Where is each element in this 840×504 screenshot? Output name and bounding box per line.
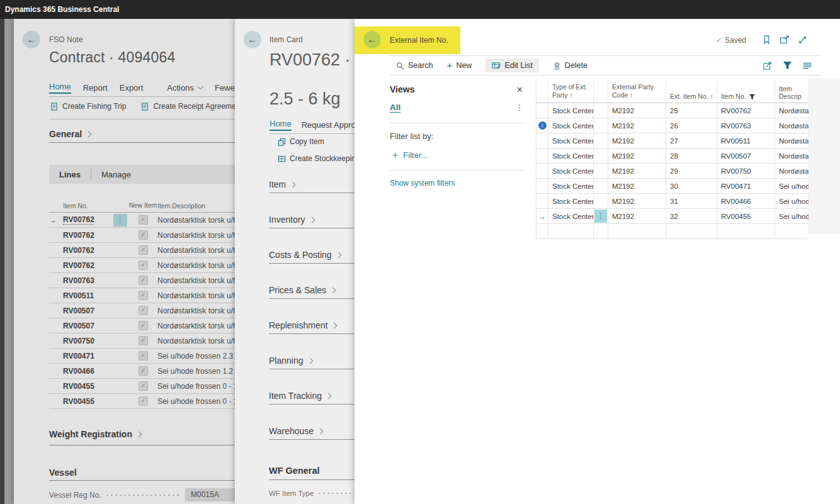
- cell-item-no[interactable]: RV00511: [63, 291, 113, 300]
- column-header-item-description[interactable]: Item Description: [157, 202, 235, 212]
- table-row[interactable]: i → Stock Center ⋮ M2192 30 RV00471 Sei …: [536, 179, 809, 194]
- fasttab-section-header[interactable]: Replenishment: [269, 320, 355, 356]
- cell-type-of-ext-party[interactable]: Stock Center: [548, 179, 594, 193]
- new-item-checkbox[interactable]: ✓: [139, 276, 148, 285]
- new-item-checkbox[interactable]: ✓: [139, 230, 148, 240]
- table-row[interactable]: i → Stock Center ⋮ M2192 25 RV00762 Nord…: [536, 103, 809, 118]
- cell-item-no[interactable]: RV00507: [717, 148, 775, 163]
- weight-registration-section-header[interactable]: Weight Registration: [49, 429, 141, 439]
- column-header-ext-item-no[interactable]: Ext. Item No. ↑: [666, 79, 717, 103]
- cell-item-description[interactable]: Sei u/hode frossen 2.3 - 5: [157, 352, 235, 361]
- cell-external-party-code[interactable]: M2192: [608, 164, 666, 178]
- cell-ext-item-no[interactable]: 31: [666, 194, 717, 208]
- cell-item-description[interactable]: Nordøstarktisk torsk u/h: [157, 231, 235, 240]
- cell-item-description[interactable]: Nordøstarktisk torsk u/h: [157, 246, 235, 255]
- table-row[interactable]: → RV00511 ⋮ ✓ Nordøstarktisk torsk u/h: [49, 288, 235, 303]
- new-item-checkbox[interactable]: ✓: [139, 306, 148, 315]
- fasttab-section-header[interactable]: Item: [269, 179, 355, 215]
- table-row[interactable]: → RV00762 ⋮ ✓ Nordøstarktisk torsk u/h: [49, 213, 235, 228]
- create-receipt-agreement-button[interactable]: Create Receipt Agreement: [141, 102, 235, 111]
- table-row[interactable]: i → Stock Center ⋮ M2192 31 RV00466 Sei …: [536, 194, 809, 209]
- table-row[interactable]: i → Stock Center ⋮ M2192 26 RV00763 Nord…: [536, 118, 809, 133]
- tab-manage[interactable]: Manage: [101, 170, 131, 179]
- cell-item-no[interactable]: RV00507: [63, 306, 113, 315]
- cell-item-description[interactable]: Nordøstar: [775, 164, 809, 178]
- delete-button[interactable]: Delete: [553, 61, 587, 70]
- table-row[interactable]: → RV00507 ⋮ ✓ Nordøstarktisk torsk u/h: [49, 303, 235, 318]
- create-stockkeeping-unit-button[interactable]: Create Stockkeeping U: [278, 154, 355, 163]
- table-row[interactable]: i → Stock Center ⋮ M2192 29 RV00750 Nord…: [536, 164, 809, 179]
- fasttab-section-header[interactable]: Inventory: [269, 215, 355, 250]
- cell-item-no[interactable]: RV00762: [63, 215, 113, 225]
- cell-item-no[interactable]: RV00762: [717, 103, 775, 118]
- cell-item-description[interactable]: Sei u/hod: [775, 194, 809, 208]
- cell-item-description[interactable]: Sei u/hod: [775, 209, 809, 223]
- cell-item-description[interactable]: Nordøstarktisk torsk u/h: [157, 261, 235, 270]
- cell-external-party-code[interactable]: M2192: [608, 209, 666, 223]
- new-item-checkbox[interactable]: ✓: [139, 366, 148, 376]
- table-row[interactable]: → RV00455 ⋮ ✓ Sei u/hode frossen 0 - 1.2: [49, 394, 235, 409]
- cell-item-description[interactable]: Nordøstar: [775, 148, 809, 163]
- expand-icon[interactable]: [798, 35, 807, 45]
- wf-general-section-header[interactable]: WF General: [269, 466, 320, 476]
- cell-item-description[interactable]: Sei u/hode frossen 1.2 - 2: [157, 367, 235, 376]
- cell-item-description[interactable]: Nordøstarktisk torsk u/h: [157, 291, 235, 300]
- row-kebab-icon[interactable]: ⋮: [594, 210, 607, 223]
- search-button[interactable]: Search: [396, 61, 433, 70]
- menu-request-approval[interactable]: Request Approva: [302, 120, 355, 130]
- fasttab-section-header[interactable]: Planning: [269, 356, 355, 391]
- menu-home[interactable]: Home: [49, 82, 71, 94]
- table-row[interactable]: → RV00763 ⋮ ✓ Nordøstarktisk torsk u/h: [49, 273, 235, 288]
- cell-item-description[interactable]: Nordøstar: [775, 118, 809, 133]
- cell-item-no[interactable]: RV00511: [717, 133, 775, 148]
- create-fishing-trip-button[interactable]: Create Fishing Trip: [50, 102, 126, 111]
- cell-item-description[interactable]: Nordøstar: [775, 103, 809, 118]
- fasttab-section-header[interactable]: Prices & Sales: [269, 285, 355, 320]
- cell-item-no[interactable]: RV00750: [63, 337, 113, 345]
- table-row[interactable]: i → Stock Center ⋮ M2192 27 RV00511 Nord…: [536, 133, 809, 148]
- cell-item-no[interactable]: RV00763: [717, 118, 775, 133]
- cell-type-of-ext-party[interactable]: Stock Center: [548, 103, 594, 118]
- new-item-checkbox[interactable]: ✓: [139, 351, 148, 361]
- table-row[interactable]: → RV00762 ⋮ ✓ Nordøstarktisk torsk u/h: [49, 258, 235, 273]
- cell-ext-item-no[interactable]: 28: [666, 148, 717, 163]
- column-header-item-no[interactable]: Item No.: [63, 202, 129, 212]
- cell-external-party-code[interactable]: M2192: [608, 103, 666, 118]
- cell-external-party-code[interactable]: M2192: [608, 194, 666, 208]
- new-item-checkbox[interactable]: ✓: [139, 381, 148, 391]
- copy-item-button[interactable]: Copy Item: [278, 137, 355, 146]
- back-button[interactable]: ←: [363, 31, 381, 48]
- cell-type-of-ext-party[interactable]: Stock Center: [548, 194, 594, 208]
- cell-item-description[interactable]: Nordøstarktisk torsk u/h: [157, 322, 235, 330]
- column-header-new-item[interactable]: New Item: [129, 201, 157, 212]
- table-row[interactable]: → RV00466 ⋮ ✓ Sei u/hode frossen 1.2 - 2: [49, 364, 235, 379]
- cell-type-of-ext-party[interactable]: Stock Center: [548, 209, 594, 223]
- menu-actions[interactable]: Actions: [167, 83, 203, 92]
- cell-item-no[interactable]: RV00762: [63, 231, 113, 240]
- table-row[interactable]: → RV00455 ⋮ ✓ Sei u/hode frossen 0 - 1.2: [49, 379, 235, 394]
- cell-type-of-ext-party[interactable]: Stock Center: [548, 118, 594, 133]
- cell-item-no[interactable]: RV00466: [63, 367, 113, 376]
- column-header-type-of-ext-party[interactable]: Type of Ext. Party ↑: [548, 79, 594, 103]
- info-icon[interactable]: i: [538, 121, 547, 130]
- new-item-checkbox[interactable]: ✓: [139, 260, 148, 270]
- cell-ext-item-no[interactable]: 30: [666, 179, 717, 193]
- edit-list-button[interactable]: Edit List: [485, 59, 538, 72]
- table-row[interactable]: → RV00750 ⋮ ✓ Nordøstarktisk torsk u/h: [49, 333, 235, 349]
- cell-item-no[interactable]: RV00455: [63, 397, 113, 406]
- cell-item-description[interactable]: Nordøstar: [775, 133, 809, 148]
- cell-type-of-ext-party[interactable]: Stock Center: [548, 164, 594, 178]
- fasttab-section-header[interactable]: Item Tracking: [269, 391, 355, 426]
- cell-item-no[interactable]: RV00471: [717, 179, 775, 193]
- open-in-new-window-icon[interactable]: [780, 35, 790, 45]
- new-item-checkbox[interactable]: ✓: [139, 245, 148, 255]
- menu-home[interactable]: Home: [270, 119, 292, 131]
- cell-item-description[interactable]: Nordøstarktisk torsk u/h: [157, 337, 235, 345]
- cell-item-no[interactable]: RV00455: [717, 209, 775, 223]
- table-row[interactable]: i → Stock Center ⋮ M2192 32 RV00455 Sei …: [536, 209, 809, 224]
- cell-item-description[interactable]: Nordøstarktisk torsk u/h: [157, 306, 235, 315]
- new-item-checkbox[interactable]: ✓: [139, 215, 148, 225]
- cell-ext-item-no[interactable]: 25: [666, 103, 717, 118]
- new-item-checkbox[interactable]: ✓: [139, 336, 148, 345]
- cell-item-no[interactable]: RV00763: [63, 276, 113, 285]
